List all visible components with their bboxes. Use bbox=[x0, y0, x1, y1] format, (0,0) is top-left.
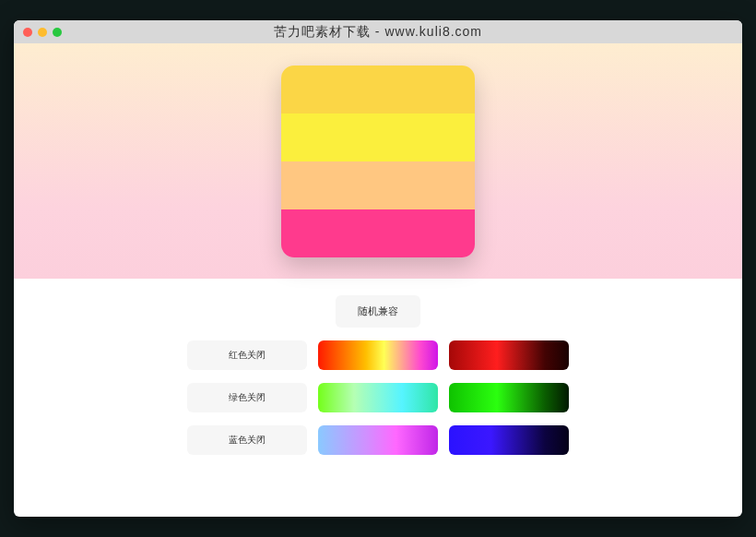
close-icon[interactable] bbox=[23, 28, 32, 37]
green-light-swatch[interactable] bbox=[318, 383, 438, 412]
maximize-icon[interactable] bbox=[53, 28, 62, 37]
stripe-3 bbox=[281, 161, 475, 209]
browser-window: 苦力吧素材下载 - www.kuli8.com 随机兼容 红色关闭 绿色关闭 bbox=[14, 20, 742, 517]
toggle-green-button[interactable]: 绿色关闭 bbox=[187, 383, 307, 412]
minimize-icon[interactable] bbox=[38, 28, 47, 37]
red-light-swatch[interactable] bbox=[318, 340, 438, 370]
stripe-4 bbox=[281, 209, 475, 257]
stripe-1 bbox=[281, 66, 475, 113]
blue-dark-swatch[interactable] bbox=[449, 425, 569, 455]
content-area: 随机兼容 红色关闭 绿色关闭 蓝色关闭 bbox=[14, 43, 742, 517]
blue-light-swatch[interactable] bbox=[318, 425, 438, 455]
window-title: 苦力吧素材下载 - www.kuli8.com bbox=[14, 24, 742, 41]
toggle-red-button[interactable]: 红色关闭 bbox=[187, 340, 307, 370]
random-button[interactable]: 随机兼容 bbox=[336, 295, 420, 328]
window-controls bbox=[23, 28, 62, 37]
row-red: 红色关闭 bbox=[187, 340, 569, 370]
preview-card bbox=[281, 66, 475, 257]
toggle-blue-button[interactable]: 蓝色关闭 bbox=[187, 425, 307, 455]
controls-panel: 随机兼容 红色关闭 绿色关闭 蓝色关闭 bbox=[14, 279, 742, 517]
preview-area bbox=[14, 43, 742, 279]
titlebar: 苦力吧素材下载 - www.kuli8.com bbox=[14, 20, 742, 43]
red-dark-swatch[interactable] bbox=[449, 340, 569, 370]
green-dark-swatch[interactable] bbox=[449, 383, 569, 412]
row-green: 绿色关闭 bbox=[187, 383, 569, 412]
stripe-2 bbox=[281, 113, 475, 161]
row-blue: 蓝色关闭 bbox=[187, 425, 569, 455]
